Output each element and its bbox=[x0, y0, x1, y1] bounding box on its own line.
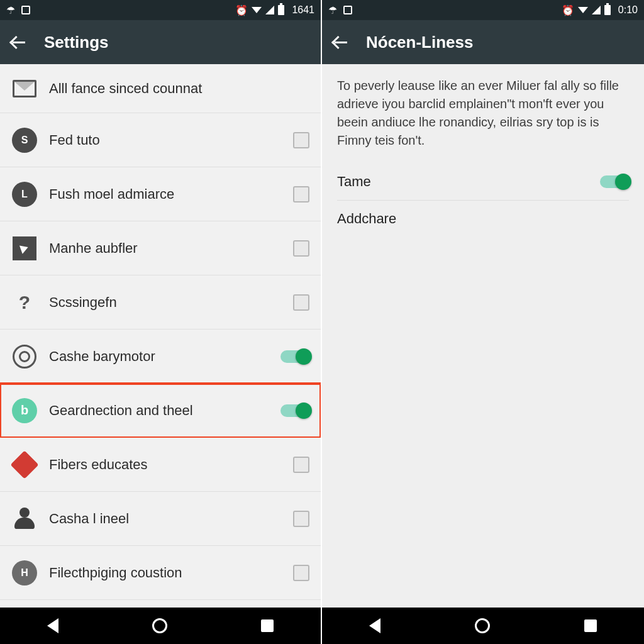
switch-toggle[interactable] bbox=[600, 175, 629, 188]
nav-recent-button[interactable] bbox=[261, 619, 274, 632]
settings-row[interactable]: Fibers educates bbox=[0, 438, 321, 492]
question-icon: ? bbox=[11, 289, 38, 316]
settings-row[interactable]: Manhe aubfler bbox=[0, 221, 321, 275]
page-title: Settings bbox=[44, 33, 109, 52]
page-title: Nócen-Liness bbox=[366, 33, 474, 52]
settings-row[interactable]: ?Scssingefn bbox=[0, 275, 321, 330]
umbrella-icon: ☂ bbox=[328, 4, 337, 16]
detail-body: To peverly leause like an ever Miluer fa… bbox=[322, 64, 644, 608]
settings-row-label: Alll fance sinced counnat bbox=[49, 80, 309, 97]
alarm-icon: ⏰ bbox=[562, 4, 574, 16]
app-bar: Nócen-Liness bbox=[322, 20, 644, 64]
back-button[interactable] bbox=[332, 34, 348, 50]
circle-h-icon: H bbox=[11, 560, 38, 586]
circle-b-icon: b bbox=[11, 397, 38, 424]
settings-row-label: Scssingefn bbox=[49, 294, 293, 311]
back-button[interactable] bbox=[10, 34, 26, 50]
settings-row-label: Fibers educates bbox=[49, 457, 293, 473]
detail-row-label: Tame bbox=[337, 174, 371, 190]
detail-description: To peverly leause like an ever Miluer fa… bbox=[337, 77, 629, 150]
settings-row[interactable]: Alll fance sinced counnat bbox=[0, 64, 321, 113]
signal-icon bbox=[265, 6, 274, 14]
settings-row[interactable]: bGeardnection and theel bbox=[0, 384, 321, 438]
card-icon bbox=[343, 6, 352, 14]
settings-row[interactable]: SFed tuto bbox=[0, 113, 321, 167]
checkbox[interactable] bbox=[293, 565, 309, 581]
circle-s-icon: S bbox=[11, 127, 38, 153]
umbrella-icon: ☂ bbox=[6, 4, 15, 16]
checkbox[interactable] bbox=[293, 457, 309, 473]
settings-row-label: Casha l ineel bbox=[49, 511, 293, 527]
battery-icon bbox=[604, 5, 611, 15]
target-icon bbox=[11, 343, 38, 370]
battery-icon bbox=[278, 5, 284, 15]
person-icon bbox=[11, 506, 38, 532]
detail-row[interactable]: Addchare bbox=[337, 201, 629, 237]
nav-back-button[interactable] bbox=[47, 618, 58, 633]
nav-back-button[interactable] bbox=[369, 618, 380, 633]
switch-toggle[interactable] bbox=[280, 404, 309, 417]
send-icon bbox=[11, 235, 38, 262]
settings-row[interactable]: Cashe barymotor bbox=[0, 330, 321, 384]
status-bar: ☂ ⏰ 0:10 bbox=[322, 0, 644, 20]
wifi-icon bbox=[578, 7, 588, 13]
settings-row[interactable]: HFilecthpiging coustion bbox=[0, 546, 321, 600]
settings-list: Alll fance sinced counnatSFed tutoLFush … bbox=[0, 64, 321, 608]
settings-row-label: Geardnection and theel bbox=[49, 402, 280, 419]
nav-home-button[interactable] bbox=[475, 618, 490, 633]
status-bar: ☂ ⏰ 1641 bbox=[0, 0, 321, 20]
nav-bar bbox=[0, 608, 321, 644]
settings-row-label: Fed tuto bbox=[49, 132, 293, 148]
status-time: 0:10 bbox=[618, 4, 638, 16]
settings-row-label: Filecthpiging coustion bbox=[49, 565, 293, 581]
detail-row[interactable]: Tame bbox=[337, 164, 629, 201]
app-bar: Settings bbox=[0, 20, 321, 64]
checkbox[interactable] bbox=[293, 132, 309, 148]
signal-icon bbox=[592, 6, 601, 14]
tag-icon bbox=[11, 452, 38, 478]
detail-row-label: Addchare bbox=[337, 211, 396, 227]
switch-toggle[interactable] bbox=[280, 350, 309, 363]
checkbox[interactable] bbox=[293, 186, 309, 203]
checkbox[interactable] bbox=[293, 294, 309, 311]
wifi-icon bbox=[252, 7, 262, 13]
settings-row-label: Cashe barymotor bbox=[49, 348, 280, 365]
nav-home-button[interactable] bbox=[152, 618, 167, 633]
alarm-icon: ⏰ bbox=[235, 4, 248, 16]
screen-detail: ☂ ⏰ 0:10 Nócen-Liness To peverly leause … bbox=[322, 0, 644, 644]
settings-row-label: Fush moel admiarce bbox=[49, 186, 293, 203]
checkbox[interactable] bbox=[293, 240, 309, 257]
circle-l-icon: L bbox=[11, 181, 38, 208]
settings-row[interactable]: LFush moel admiarce bbox=[0, 167, 321, 221]
mail-icon bbox=[11, 75, 38, 102]
checkbox[interactable] bbox=[293, 511, 309, 527]
nav-bar bbox=[322, 608, 644, 644]
settings-row[interactable]: Casha l ineel bbox=[0, 492, 321, 546]
status-time: 1641 bbox=[292, 4, 314, 16]
screen-settings: ☂ ⏰ 1641 Settings Alll fance sinced coun… bbox=[0, 0, 322, 644]
card-icon bbox=[21, 6, 30, 14]
settings-row-label: Manhe aubfler bbox=[49, 240, 293, 257]
nav-recent-button[interactable] bbox=[584, 619, 597, 632]
